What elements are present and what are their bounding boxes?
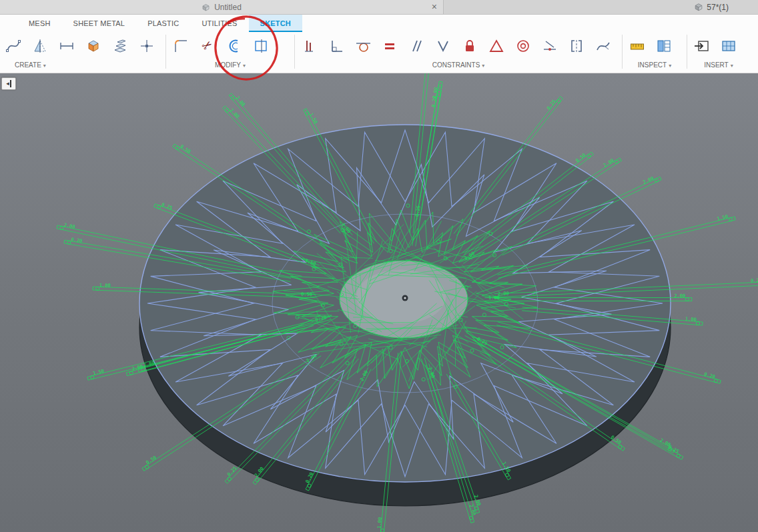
svg-text:0.25: 0.25	[546, 99, 557, 111]
tab-sheet-metal[interactable]: SHEET METAL	[62, 15, 137, 32]
mirror-tool-button[interactable]	[27, 33, 53, 59]
measure-tool-button[interactable]	[624, 33, 651, 59]
toolbar: CREATE▾ ✂	[0, 32, 758, 73]
offset-tool-button[interactable]	[221, 33, 248, 59]
angle-constraint-button[interactable]	[430, 33, 456, 59]
fix-constraint-button[interactable]	[456, 33, 483, 59]
svg-text:0.20: 0.20	[751, 278, 758, 284]
tab-utilities[interactable]: UTILITIES	[190, 15, 248, 32]
horizontal-vertical-constraint-button[interactable]	[296, 33, 323, 59]
tab-plastic[interactable]: PLASTIC	[136, 15, 190, 32]
midpoint-icon	[542, 38, 558, 54]
toolbar-separator	[687, 35, 687, 69]
svg-text:2.00: 2.00	[468, 504, 477, 516]
line-tool-button[interactable]	[53, 33, 80, 59]
modify-dropdown[interactable]: MODIFY▾	[167, 59, 293, 73]
perpendicular-icon	[328, 38, 344, 54]
insert-derive-tool-button[interactable]	[689, 33, 715, 59]
viewport[interactable]: 2.001.000.201.002.000.250.500.252.002.00…	[0, 73, 758, 532]
ribbon: MESH SHEET METAL PLASTIC UTILITIES SKETC…	[0, 15, 758, 73]
svg-text:2.00: 2.00	[674, 293, 685, 299]
constraints-group: CONSTRAINTS▾	[296, 32, 621, 73]
canvas-grid-icon	[721, 38, 737, 54]
insert-dropdown[interactable]: INSERT▾	[689, 59, 749, 73]
svg-text:0.20: 0.20	[71, 237, 83, 244]
svg-text:2.00: 2.00	[235, 95, 246, 107]
svg-text:0.50: 0.50	[179, 144, 192, 155]
document-tab-bar: Untitled × 57*(1)	[0, 0, 758, 15]
version-cube-icon	[694, 3, 703, 11]
svg-text:0.20: 0.20	[703, 371, 715, 379]
sketch-cube-icon	[85, 38, 101, 54]
mirror-triangle-icon	[32, 38, 48, 54]
curvature-constraint-button[interactable]	[590, 33, 617, 59]
perpendicular-constraint-button[interactable]	[323, 33, 350, 59]
chevron-down-icon: ▾	[243, 63, 246, 69]
tab-mesh[interactable]: MESH	[17, 15, 62, 32]
collinear-constraint-button[interactable]	[483, 33, 510, 59]
constraints-dropdown[interactable]: CONSTRAINTS▾	[296, 59, 621, 73]
symmetry-constraint-button[interactable]	[563, 33, 590, 59]
version-counter: 57*(1)	[707, 3, 729, 12]
chevron-down-icon: ▾	[669, 63, 671, 69]
sweep-tool-button[interactable]	[107, 33, 133, 59]
tangent-constraint-button[interactable]	[350, 33, 376, 59]
horizontal-vertical-icon	[302, 38, 318, 54]
svg-text:2.00: 2.00	[432, 87, 439, 99]
concentric-constraint-button[interactable]	[510, 33, 536, 59]
tangent-icon	[355, 38, 371, 54]
extend-tool-button[interactable]	[248, 33, 274, 59]
svg-text:2.00: 2.00	[498, 291, 509, 297]
svg-text:1.00: 1.00	[99, 283, 111, 289]
svg-text:1.00: 1.00	[685, 316, 697, 322]
symmetry-icon	[568, 38, 585, 54]
svg-text:1.50: 1.50	[717, 214, 729, 222]
extend-icon	[253, 38, 269, 54]
document-cube-icon	[202, 3, 210, 11]
chevron-down-icon: ▾	[482, 63, 484, 69]
svg-text:0.25: 0.25	[161, 202, 173, 211]
curvature-icon	[595, 38, 611, 54]
tab-sketch[interactable]: SKETCH	[249, 15, 302, 32]
browser-toggle-button[interactable]: ◂	[1, 77, 16, 90]
spline-icon	[5, 38, 21, 54]
svg-text:0.25: 0.25	[226, 465, 238, 477]
svg-text:0.50: 0.50	[575, 153, 587, 164]
svg-text:1.00: 1.00	[376, 517, 383, 529]
parallel-constraint-button[interactable]	[403, 33, 430, 59]
create-sketch-tool-button[interactable]	[80, 33, 107, 59]
inspect-group: INSPECT▾	[624, 32, 685, 73]
document-tab[interactable]: Untitled ×	[0, 0, 444, 14]
insert-group: INSERT▾	[689, 32, 749, 73]
trim-tool-button[interactable]: ✂	[194, 33, 221, 59]
point-tool-button[interactable]	[133, 33, 160, 59]
sweep-stack-icon	[112, 38, 128, 54]
fillet-tool-button[interactable]	[167, 33, 194, 59]
svg-text:2.00: 2.00	[63, 223, 75, 230]
equal-icon	[382, 38, 398, 54]
canvas-tool-button[interactable]	[715, 33, 742, 59]
toolbar-separator	[294, 35, 295, 69]
svg-text:2.00: 2.00	[229, 107, 240, 119]
point-icon	[139, 38, 155, 54]
fix-lock-icon	[462, 38, 478, 54]
section-analysis-tool-button[interactable]	[651, 33, 677, 59]
ribbon-tab-row: MESH SHEET METAL PLASTIC UTILITIES SKETC…	[0, 15, 758, 32]
fillet-icon	[173, 38, 189, 54]
parallel-icon	[408, 38, 424, 54]
inspect-dropdown[interactable]: INSPECT▾	[624, 59, 685, 73]
panel-bar-icon	[10, 80, 11, 87]
document-status: 57*(1)	[694, 0, 758, 14]
toolbar-separator	[165, 35, 166, 69]
equal-constraint-button[interactable]	[376, 33, 403, 59]
midpoint-constraint-button[interactable]	[536, 33, 563, 59]
collinear-triangle-icon	[488, 38, 504, 54]
toolbar-separator	[622, 35, 623, 69]
create-dropdown[interactable]: CREATE▾	[0, 59, 164, 73]
close-document-icon[interactable]: ×	[432, 1, 437, 12]
collapse-arrow-icon: ◂	[6, 81, 9, 87]
offset-icon	[226, 38, 242, 54]
svg-text:0.50: 0.50	[301, 292, 312, 298]
spline-tool-button[interactable]	[0, 33, 27, 59]
two-point-line-icon	[59, 38, 75, 54]
